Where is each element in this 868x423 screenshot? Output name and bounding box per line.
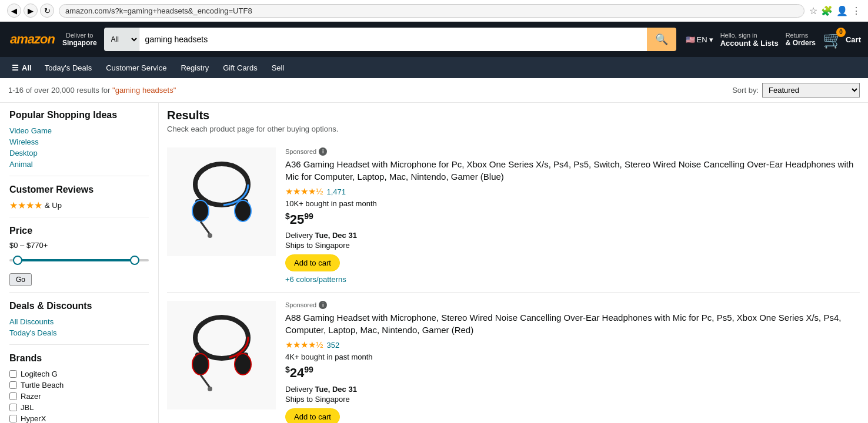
colors-link-1[interactable]: +6 colors/patterns	[285, 275, 346, 284]
brand-logitech[interactable]: Logitech G	[9, 368, 149, 380]
slider-thumb-left[interactable]	[13, 256, 22, 265]
url-input[interactable]	[59, 4, 804, 18]
search-button[interactable]: 🔍	[647, 28, 676, 51]
returns-menu[interactable]: Returns & Orders	[786, 32, 816, 47]
subnav-gift-cards[interactable]: Gift Cards	[217, 57, 263, 78]
brand-jbl[interactable]: JBL	[9, 402, 149, 413]
subnav-registry[interactable]: Registry	[175, 57, 215, 78]
deliver-to[interactable]: Deliver to Singapore	[62, 32, 97, 47]
product-list: Results Check each product page for othe…	[159, 103, 868, 423]
price-go-button[interactable]: Go	[9, 273, 32, 286]
subnav-deals[interactable]: Today's Deals	[39, 57, 98, 78]
brand-hyperx[interactable]: HyperX	[9, 413, 149, 423]
account-menu[interactable]: Hello, sign in Account & Lists	[720, 32, 779, 48]
brand-turtle-beach[interactable]: Turtle Beach	[9, 380, 149, 391]
sidebar-item-wireless[interactable]: Wireless	[9, 136, 149, 147]
divider-2	[9, 217, 149, 217]
product-title-1: A36 Gaming Headset with Microphone for P…	[285, 158, 860, 183]
product-image-2[interactable]	[167, 301, 276, 409]
price-symbol-2: $	[285, 365, 290, 374]
ships-to-1: Ships to Singapore	[285, 241, 860, 250]
sidebar-item-video-game[interactable]: Video Game	[9, 125, 149, 136]
back-button[interactable]: ◀	[7, 4, 21, 18]
deals-today[interactable]: Today's Deals	[9, 327, 149, 338]
deals-all-discounts[interactable]: All Discounts	[9, 316, 149, 327]
extensions-icon[interactable]: 🧩	[821, 5, 833, 16]
brand-hyperx-checkbox[interactable]	[9, 415, 17, 422]
rating-count-1[interactable]: 1,471	[327, 187, 346, 196]
sidebar-item-animal[interactable]: Animal	[9, 159, 149, 170]
sort-select[interactable]: Featured Price: Low to High Price: High …	[762, 83, 860, 98]
search-bar: All 🔍	[104, 28, 676, 51]
product-title-link-1[interactable]: A36 Gaming Headset with Microphone for P…	[285, 159, 853, 182]
svg-point-4	[235, 200, 251, 221]
sponsored-info-icon-1[interactable]: i	[319, 147, 327, 156]
divider-4	[9, 344, 149, 345]
menu-icon[interactable]: ⋮	[852, 5, 861, 16]
brand-razer-checkbox[interactable]	[9, 392, 17, 400]
nav-right: 🇺🇸 EN ▾ Hello, sign in Account & Lists R…	[686, 30, 861, 49]
product-image-svg-1	[178, 158, 266, 246]
price-whole-2: 24	[290, 366, 304, 381]
amazon-logo[interactable]: amazon	[7, 30, 58, 49]
sponsored-label-1: Sponsored i	[285, 147, 860, 156]
add-to-cart-btn-2[interactable]: Add to cart	[285, 408, 340, 423]
language-selector[interactable]: 🇺🇸 EN ▾	[686, 35, 713, 44]
price-title: Price	[9, 226, 149, 236]
brand-logitech-checkbox[interactable]	[9, 370, 17, 378]
cart-button[interactable]: 🛒 0 Cart	[823, 30, 861, 49]
deliver-label: Deliver to	[66, 32, 93, 39]
slider-thumb-right[interactable]	[130, 256, 139, 265]
brand-jbl-checkbox[interactable]	[9, 404, 17, 411]
subnav-customer-service[interactable]: Customer Service	[100, 57, 172, 78]
price-1: $2599	[285, 212, 860, 227]
refresh-button[interactable]: ↻	[40, 4, 54, 18]
sponsored-info-icon-2[interactable]: i	[319, 301, 327, 309]
sidebar: Popular Shopping Ideas Video Game Wirele…	[0, 103, 159, 423]
deliver-location: Singapore	[62, 39, 97, 47]
all-menu-button[interactable]: ☰ All	[7, 57, 36, 78]
nav-buttons[interactable]: ◀ ▶ ↻	[7, 4, 54, 18]
divider-3	[9, 292, 149, 293]
bookmark-icon[interactable]: ☆	[809, 5, 817, 16]
price-symbol-1: $	[285, 212, 290, 221]
account-label: Account & Lists	[720, 39, 779, 48]
price-slider[interactable]	[9, 254, 149, 266]
rating-count-2[interactable]: 352	[327, 341, 340, 350]
add-to-cart-btn-1[interactable]: Add to cart	[285, 254, 340, 271]
svg-point-11	[192, 354, 209, 375]
hello-label: Hello, sign in	[720, 32, 779, 39]
subnav-customer-service-label: Customer Service	[106, 63, 166, 72]
star-filter[interactable]: ★★★★ & Up	[9, 200, 149, 211]
product-title-link-2[interactable]: A88 Gaming Headset with Microphone, Ster…	[285, 313, 841, 335]
forward-button[interactable]: ▶	[24, 4, 38, 18]
delivery-label-2: Delivery	[285, 385, 313, 394]
top-nav: amazon Deliver to Singapore All 🔍 🇺🇸 EN …	[0, 22, 868, 57]
deals-list: All Discounts Today's Deals	[9, 316, 149, 338]
brand-razer[interactable]: Razer	[9, 391, 149, 402]
subnav-sell[interactable]: Sell	[266, 57, 291, 78]
subnav-registry-label: Registry	[181, 63, 209, 72]
svg-point-7	[208, 233, 212, 238]
returns-top-label: Returns	[786, 32, 816, 39]
price-cents-2: 99	[304, 365, 313, 374]
brand-turtle-beach-checkbox[interactable]	[9, 381, 17, 389]
results-subtitle: Check each product page for other buying…	[167, 125, 860, 133]
main-layout: Popular Shopping Ideas Video Game Wirele…	[0, 103, 868, 423]
brand-turtle-beach-label: Turtle Beach	[21, 381, 64, 390]
search-category-select[interactable]: All	[104, 28, 139, 51]
sidebar-item-desktop[interactable]: Desktop	[9, 147, 149, 159]
cart-label: Cart	[846, 35, 861, 44]
price-2: $2499	[285, 365, 860, 381]
delivery-info-1: Delivery Tue, Dec 31	[285, 231, 860, 240]
product-title-2: A88 Gaming Headset with Microphone, Ster…	[285, 311, 860, 336]
browser-bar: ◀ ▶ ↻ ☆ 🧩 👤 ⋮	[0, 0, 868, 22]
profile-icon[interactable]: 👤	[836, 5, 848, 16]
popular-ideas-title: Popular Shopping Ideas	[9, 110, 149, 120]
rating-row-2: ★★★★½ 352	[285, 340, 860, 350]
search-query-text: "gaming headsets"	[112, 86, 176, 95]
svg-point-12	[235, 354, 251, 375]
product-image-1[interactable]	[167, 147, 276, 256]
search-input[interactable]	[139, 28, 647, 51]
sort-label: Sort by:	[732, 86, 759, 95]
